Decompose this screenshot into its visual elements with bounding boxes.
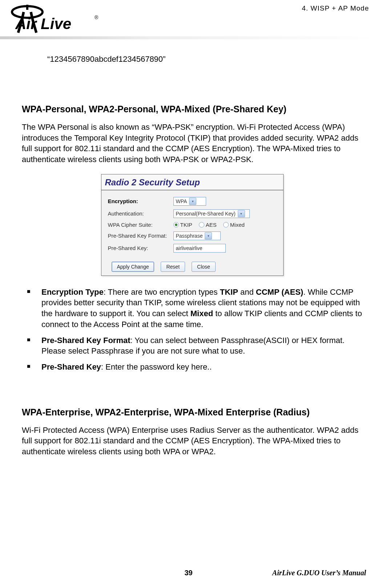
encryption-select-value: WPA xyxy=(176,198,187,204)
svg-rect-1 xyxy=(26,5,28,10)
bullet-encryption-type: Encryption Type: There are two encryptio… xyxy=(41,287,362,330)
manual-title-footer: AirLive G.DUO User’s Manual xyxy=(272,569,366,577)
svg-text:®: ® xyxy=(95,15,99,20)
authentication-label: Authentication: xyxy=(108,210,173,217)
dialog-title: Radio 2 Security Setup xyxy=(101,174,283,190)
psk-input-value: airliveairlive xyxy=(176,245,202,251)
radio-mixed-label: Mixed xyxy=(230,222,245,228)
section-heading-wpa-personal: WPA-Personal, WPA2-Personal, WPA-Mixed (… xyxy=(22,104,362,114)
authentication-select[interactable]: Personal(Pre-Shared Key) ▾ xyxy=(173,209,250,218)
section-para-wpa-personal: The WPA Personal is also known as “WPA-P… xyxy=(22,122,362,165)
radio-aes[interactable]: AES xyxy=(199,222,217,228)
radio-mixed[interactable]: Mixed xyxy=(223,222,245,228)
section-heading-wpa-enterprise: WPA-Enterprise, WPA2-Enterprise, WPA-Mix… xyxy=(22,407,362,418)
key-example-text: “1234567890abcdef1234567890” xyxy=(47,55,362,64)
encryption-label: Encryption: xyxy=(108,198,173,204)
chevron-down-icon: ▾ xyxy=(189,198,196,205)
chevron-down-icon: ▾ xyxy=(238,210,245,217)
radio-dot-icon xyxy=(173,222,179,227)
header-divider xyxy=(0,36,377,39)
psk-label: Pre-Shared Key: xyxy=(108,245,173,251)
page-number: 39 xyxy=(184,569,192,577)
section-para-wpa-enterprise: Wi-Fi Protected Access (WPA) Enterprise … xyxy=(22,425,362,457)
psk-format-label: Pre-Shared Key Format: xyxy=(108,233,173,239)
cipher-radio-group: TKIP AES Mixed xyxy=(173,222,245,228)
psk-format-select-value: Passphrase xyxy=(176,233,203,239)
reset-button[interactable]: Reset xyxy=(161,262,185,272)
close-button[interactable]: Close xyxy=(192,262,216,272)
apply-change-button[interactable]: Apply Change xyxy=(112,262,155,272)
bullet-psk-format: Pre-Shared Key Format: You can select be… xyxy=(41,335,362,357)
psk-input[interactable]: airliveairlive xyxy=(173,244,226,253)
radio-tkip-label: TKIP xyxy=(180,222,192,228)
radio-tkip[interactable]: TKIP xyxy=(173,222,192,228)
psk-format-select[interactable]: Passphrase ▾ xyxy=(173,231,221,240)
authentication-select-value: Personal(Pre-Shared Key) xyxy=(176,211,236,217)
radio-aes-label: AES xyxy=(206,222,217,228)
radio-dot-icon xyxy=(223,222,229,227)
radio-dot-icon xyxy=(199,222,204,227)
airlive-logo: Air Live ® xyxy=(7,3,102,34)
chapter-heading: 4. WISP + AP Mode xyxy=(302,4,369,12)
chevron-down-icon: ▾ xyxy=(205,232,212,239)
svg-text:Air Live: Air Live xyxy=(15,15,71,32)
bullet-psk: Pre-Shared Key: Enter the password key h… xyxy=(41,362,362,372)
security-setup-dialog: Radio 2 Security Setup Encryption: WPA ▾… xyxy=(101,174,284,276)
cipher-suite-label: WPA Cipher Suite: xyxy=(108,222,173,228)
encryption-select[interactable]: WPA ▾ xyxy=(173,197,206,206)
